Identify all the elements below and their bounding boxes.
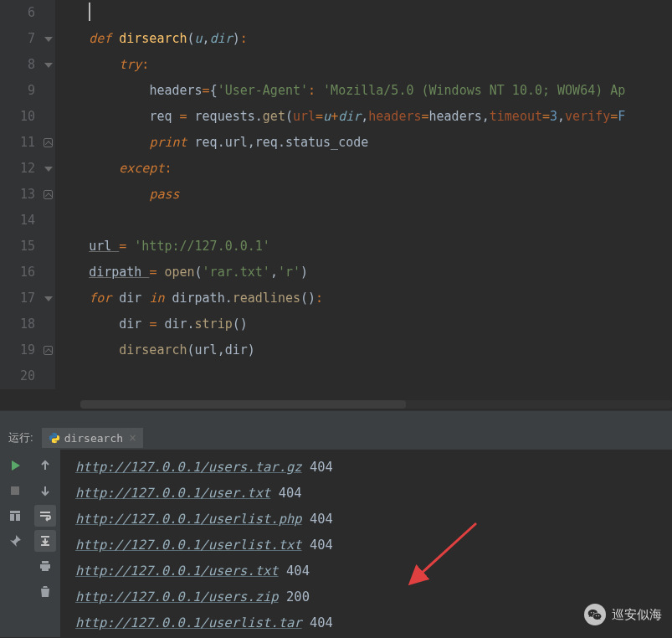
code-line[interactable]: 8 try: <box>0 52 672 78</box>
line-number[interactable]: 11 <box>0 130 44 156</box>
line-number[interactable]: 15 <box>0 234 44 260</box>
code-content[interactable]: try: <box>55 52 672 78</box>
code-line[interactable]: 7 def dirsearch(u,dir): <box>0 26 672 52</box>
code-editor[interactable]: 6 7 def dirsearch(u,dir):8 try:9 headers… <box>0 0 672 410</box>
gutter-fold[interactable] <box>44 234 55 260</box>
output-url[interactable]: http://127.0.0.1/userlist.txt <box>75 538 302 553</box>
code-content[interactable]: print req.url,req.status_code <box>55 130 672 156</box>
code-line[interactable]: 14 <box>0 208 672 234</box>
code-content[interactable] <box>55 0 672 26</box>
gutter-fold[interactable] <box>44 0 55 26</box>
gutter-fold[interactable] <box>44 260 55 286</box>
code-line[interactable]: 17 for dir in dirpath.readlines(): <box>0 286 672 311</box>
stop-button[interactable] <box>4 480 26 502</box>
output-url[interactable]: http://127.0.0.1/users.zip <box>75 589 279 605</box>
line-number[interactable]: 14 <box>0 208 44 234</box>
console-line[interactable]: http://127.0.0.1/user.txt 404 <box>75 481 665 507</box>
gutter-fold[interactable] <box>44 311 55 337</box>
close-tab-icon[interactable]: × <box>127 430 138 445</box>
line-number[interactable]: 18 <box>0 311 44 337</box>
code-line[interactable]: 10 req = requests.get(url=u+dir,headers=… <box>0 104 672 130</box>
code-content[interactable]: dirsearch(url,dir) <box>55 337 672 363</box>
line-number[interactable]: 20 <box>0 363 44 389</box>
line-number[interactable]: 6 <box>0 0 44 26</box>
gutter-fold[interactable] <box>44 78 55 104</box>
line-number[interactable]: 12 <box>0 156 44 182</box>
line-number[interactable]: 19 <box>0 337 44 363</box>
run-tool-window: 运行: dirsearch × http://127.0.0.1/users.t… <box>0 426 672 637</box>
console-line[interactable]: http://127.0.0.1/users.tar.gz 404 <box>75 455 665 481</box>
gutter-fold[interactable] <box>44 363 55 389</box>
code-content[interactable]: pass <box>55 182 672 208</box>
code-content[interactable]: url = 'http://127.0.0.1' <box>55 234 672 260</box>
output-url[interactable]: http://127.0.0.1/user.txt <box>75 486 270 501</box>
code-line[interactable]: 12 except: <box>0 156 672 182</box>
code-content[interactable]: def dirsearch(u,dir): <box>55 26 672 52</box>
line-number[interactable]: 10 <box>0 104 44 130</box>
code-content[interactable] <box>55 363 672 389</box>
gutter-fold[interactable] <box>44 130 55 156</box>
code-line[interactable]: 15 url = 'http://127.0.0.1' <box>0 234 672 260</box>
code-line[interactable]: 20 <box>0 363 672 389</box>
delete-button[interactable] <box>34 580 56 602</box>
console-line[interactable]: http://127.0.0.1/userlist.php 404 <box>75 507 665 533</box>
console-toolbar-right <box>30 450 60 637</box>
line-number[interactable]: 17 <box>0 286 44 311</box>
line-number[interactable]: 9 <box>0 78 44 104</box>
layout-button[interactable] <box>4 505 26 527</box>
gutter-fold[interactable] <box>44 104 55 130</box>
code-content[interactable]: headers={'User-Agent': 'Mozilla/5.0 (Win… <box>55 78 672 104</box>
console-line[interactable]: http://127.0.0.1/users.zip 200 <box>75 584 665 610</box>
line-number[interactable]: 13 <box>0 182 44 208</box>
print-button[interactable] <box>34 555 56 577</box>
gutter-fold[interactable] <box>44 26 55 52</box>
gutter-fold[interactable] <box>44 337 55 363</box>
pane-divider[interactable] <box>0 410 672 426</box>
code-line[interactable]: 19 dirsearch(url,dir) <box>0 337 672 363</box>
code-line[interactable]: 18 dir = dir.strip() <box>0 311 672 337</box>
gutter-fold[interactable] <box>44 182 55 208</box>
output-status-code: 404 <box>270 486 301 501</box>
console-line[interactable]: http://127.0.0.1/userlist.txt 404 <box>75 533 665 558</box>
code-line[interactable]: 11 print req.url,req.status_code <box>0 130 672 156</box>
code-content[interactable] <box>55 208 672 234</box>
code-content[interactable]: dirpath = open('rar.txt','r') <box>55 260 672 286</box>
pin-button[interactable] <box>4 530 26 552</box>
gutter-fold[interactable] <box>44 52 55 78</box>
code-line[interactable]: 13 pass <box>0 182 672 208</box>
code-content[interactable]: req = requests.get(url=u+dir,headers=hea… <box>55 104 672 130</box>
up-button[interactable] <box>34 455 56 476</box>
line-number[interactable]: 7 <box>0 26 44 52</box>
soft-wrap-button[interactable] <box>34 505 56 527</box>
output-url[interactable]: http://127.0.0.1/userlist.php <box>75 512 302 527</box>
console-line[interactable]: http://127.0.0.1/users.txt 404 <box>75 558 665 584</box>
line-number[interactable]: 16 <box>0 260 44 286</box>
output-status-code: 404 <box>302 512 333 527</box>
output-status-code: 404 <box>302 460 333 475</box>
python-icon <box>49 432 60 444</box>
scroll-to-end-button[interactable] <box>34 530 56 552</box>
code-content[interactable]: except: <box>55 156 672 182</box>
gutter-fold[interactable] <box>44 208 55 234</box>
run-tab[interactable]: dirsearch × <box>42 428 143 448</box>
output-url[interactable]: http://127.0.0.1/userlist.tar <box>75 615 302 630</box>
run-button[interactable] <box>4 455 26 476</box>
code-content[interactable]: dir = dir.strip() <box>55 311 672 337</box>
down-button[interactable] <box>34 480 56 502</box>
code-line[interactable]: 6 <box>0 0 672 26</box>
watermark-text: 巡安似海 <box>612 601 662 627</box>
gutter-fold[interactable] <box>44 286 55 311</box>
output-status-code: 404 <box>302 538 333 553</box>
output-url[interactable]: http://127.0.0.1/users.txt <box>75 563 279 579</box>
code-line[interactable]: 16 dirpath = open('rar.txt','r') <box>0 260 672 286</box>
line-number[interactable]: 8 <box>0 52 44 78</box>
console-toolbar-left <box>0 450 30 637</box>
wechat-icon <box>584 604 606 625</box>
horizontal-scrollbar[interactable] <box>80 400 672 409</box>
console-line[interactable]: http://127.0.0.1/userlist.tar 404 <box>75 610 665 636</box>
console-output[interactable]: http://127.0.0.1/users.tar.gz 404http://… <box>60 450 672 637</box>
code-content[interactable]: for dir in dirpath.readlines(): <box>55 286 672 311</box>
code-line[interactable]: 9 headers={'User-Agent': 'Mozilla/5.0 (W… <box>0 78 672 104</box>
output-url[interactable]: http://127.0.0.1/users.tar.gz <box>75 460 302 475</box>
gutter-fold[interactable] <box>44 156 55 182</box>
